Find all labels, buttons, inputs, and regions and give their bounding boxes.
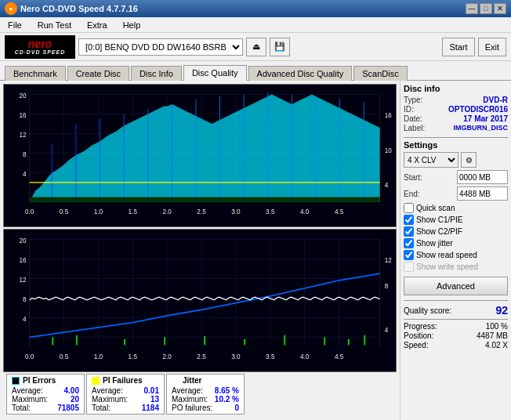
app-icon: ● <box>5 2 17 15</box>
show-write-speed-label: Show write speed <box>416 262 478 271</box>
minimize-button[interactable]: — <box>466 3 478 14</box>
pi-failures-label: PI Failures <box>103 376 143 385</box>
pif-max-label: Maximum: <box>92 395 128 404</box>
show-read-speed-label: Show read speed <box>416 251 477 259</box>
tab-benchmark[interactable]: Benchmark <box>5 66 66 81</box>
pif-avg-row: Average: 0.01 <box>92 386 159 395</box>
disc-id-val: OPTODISCR016 <box>448 105 508 114</box>
svg-text:8: 8 <box>23 295 27 304</box>
svg-rect-76 <box>204 336 205 345</box>
pi-errors-chart: 20 16 12 8 4 16 10 4 0.0 0.5 1.0 1.5 2.0… <box>3 84 397 227</box>
tab-bar: Benchmark Create Disc Disc Info Disc Qua… <box>0 61 511 81</box>
svg-text:20: 20 <box>19 237 26 245</box>
pif-total-label: Total: <box>92 404 111 412</box>
svg-rect-74 <box>124 339 125 345</box>
svg-text:8: 8 <box>23 150 27 159</box>
pif-total-row: Total: 1184 <box>92 404 159 412</box>
position-label: Position: <box>404 331 433 340</box>
speed-select[interactable]: 4 X CLV2 X CLV8 X CLV <box>404 152 458 168</box>
show-jitter-checkbox[interactable] <box>404 238 414 248</box>
show-c2-checkbox[interactable] <box>404 226 414 237</box>
menu-extra[interactable]: Extra <box>82 19 112 31</box>
quality-score-value: 92 <box>495 304 508 317</box>
drive-select[interactable]: [0:0] BENQ DVD DD DW1640 BSRB <box>78 38 243 56</box>
disc-label-val: IMGBURN_DISC <box>453 124 508 132</box>
position-row: Position: 4487 MB <box>404 331 508 340</box>
show-jitter-row: Show jitter <box>404 238 508 248</box>
save-icon-button[interactable]: 💾 <box>270 38 290 56</box>
tab-create-disc[interactable]: Create Disc <box>67 66 129 81</box>
svg-text:4: 4 <box>23 315 27 324</box>
jitter-po-label: PO failures: <box>172 404 212 412</box>
jitter-label: Jitter <box>183 376 201 385</box>
progress-val: 100 % <box>486 322 508 331</box>
pi-max-label: Maximum: <box>12 395 48 404</box>
advanced-button[interactable]: Advanced <box>404 277 508 295</box>
svg-rect-81 <box>364 335 365 345</box>
show-write-speed-checkbox[interactable] <box>404 262 414 272</box>
quality-score-label: Quality score: <box>404 306 451 315</box>
exit-button[interactable]: Exit <box>478 38 506 56</box>
svg-text:1.0: 1.0 <box>94 352 103 360</box>
settings-icon-btn[interactable]: ⚙ <box>461 152 477 168</box>
window-controls: — □ ✕ <box>466 3 506 14</box>
menu-help[interactable]: Help <box>118 19 146 31</box>
nero-logo: nero CD·DVD SPEED <box>5 35 75 59</box>
close-button[interactable]: ✕ <box>494 3 506 14</box>
svg-text:2.5: 2.5 <box>197 207 205 215</box>
title-bar-left: ● Nero CD-DVD Speed 4.7.7.16 <box>5 2 138 15</box>
end-label: End: <box>404 190 420 198</box>
svg-text:16: 16 <box>19 111 26 120</box>
speed-row: 4 X CLV2 X CLV8 X CLV ⚙ <box>404 152 508 168</box>
svg-rect-75 <box>164 337 165 345</box>
jitter-color <box>172 377 179 385</box>
eject-icon-button[interactable]: ⏏ <box>246 38 266 56</box>
jitter-po-row: PO failures: 0 <box>172 404 239 412</box>
show-c1-checkbox[interactable] <box>404 215 414 225</box>
menu-run-test[interactable]: Run Test <box>33 19 76 31</box>
svg-text:0.0: 0.0 <box>25 352 34 360</box>
end-row: End: <box>404 186 508 201</box>
svg-text:0.0: 0.0 <box>25 207 34 215</box>
svg-text:20: 20 <box>19 92 26 100</box>
jitter-max-row: Maximum: 10.2 % <box>172 395 239 404</box>
speed-val: 4.02 X <box>485 341 508 349</box>
menu-file[interactable]: File <box>3 19 27 31</box>
pif-max-row: Maximum: 13 <box>92 395 159 404</box>
jitter-header: Jitter <box>172 376 239 385</box>
quick-scan-checkbox[interactable] <box>404 203 414 213</box>
jitter-po-val: 0 <box>234 404 239 412</box>
show-jitter-label: Show jitter <box>416 239 453 248</box>
start-input[interactable] <box>457 170 508 184</box>
menu-bar: File Run Test Extra Help <box>0 17 511 33</box>
svg-rect-73 <box>76 335 78 345</box>
end-input[interactable] <box>457 186 508 201</box>
svg-rect-54 <box>4 230 396 371</box>
tab-disc-quality[interactable]: Disc Quality <box>183 65 247 81</box>
pi-errors-stats: PI Errors Average: 4.00 Maximum: 20 Tota… <box>6 374 85 415</box>
disc-info-title: Disc info <box>404 84 508 93</box>
jitter-max-label: Maximum: <box>172 395 208 404</box>
show-c2-row: Show C2/PIF <box>404 226 508 237</box>
jitter-stats: Jitter Average: 8.65 % Maximum: 10.2 % P… <box>166 374 245 415</box>
svg-rect-80 <box>348 339 350 345</box>
svg-text:1.5: 1.5 <box>129 207 137 215</box>
pi-failures-header: PI Failures <box>92 376 159 385</box>
speed-label: Speed: <box>404 341 429 349</box>
disc-type-row: Type: DVD-R <box>404 96 508 104</box>
tab-advanced-disc-quality[interactable]: Advanced Disc Quality <box>248 66 353 81</box>
start-row: Start: <box>404 170 508 184</box>
maximize-button[interactable]: □ <box>480 3 492 14</box>
pi-failures-color <box>92 377 100 385</box>
start-button[interactable]: Start <box>442 38 474 56</box>
tab-disc-info[interactable]: Disc Info <box>131 66 182 81</box>
disc-label-label: Label: <box>404 124 425 132</box>
disc-date-label: Date: <box>404 114 422 123</box>
svg-text:4.5: 4.5 <box>335 352 343 360</box>
pif-total-val: 1184 <box>142 404 159 412</box>
show-read-speed-checkbox[interactable] <box>404 250 414 260</box>
progress-label: Progress: <box>404 322 437 331</box>
pi-errors-total-row: Total: 71805 <box>12 404 79 412</box>
tab-scandisc[interactable]: ScanDisc <box>353 66 407 81</box>
svg-text:4.0: 4.0 <box>300 207 309 215</box>
